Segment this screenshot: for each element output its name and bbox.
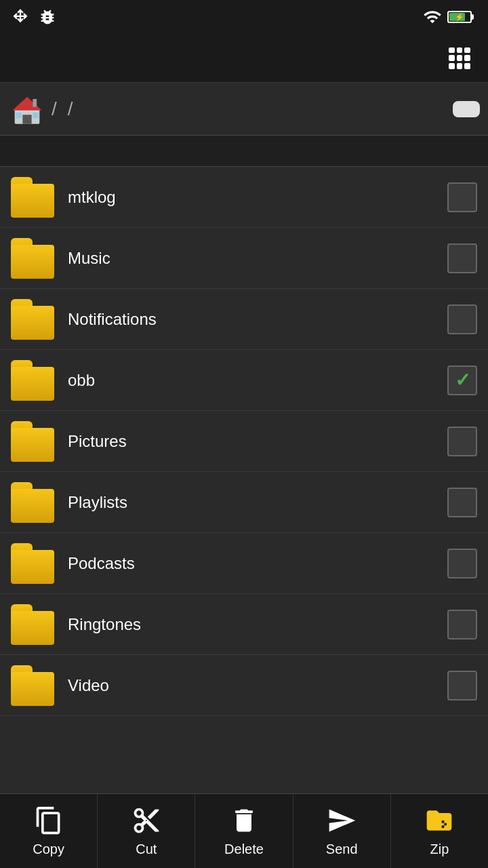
usb-icon [11,7,30,26]
svg-rect-2 [22,115,31,123]
file-name: Video [54,676,447,695]
list-item[interactable]: mtklog [0,167,488,228]
toolbar-btn-label: Send [326,842,358,857]
list-item[interactable]: Ringtones [0,594,488,655]
toolbar-btn-label: Cut [136,842,157,857]
svg-rect-3 [16,113,21,118]
file-name: mtklog [54,188,447,207]
file-checkbox[interactable] [447,610,477,639]
cut-icon [131,806,161,837]
home-icon [10,92,44,126]
list-item[interactable]: Music [0,228,488,289]
delete-icon [229,806,259,837]
zip-button[interactable]: Zip [391,794,488,868]
list-item[interactable]: Video [0,655,488,716]
folder-icon [11,360,54,401]
file-name: Playlists [54,493,447,512]
folder-icon [11,238,54,279]
folder-icon [11,543,54,584]
toolbar-btn-label: Copy [33,842,64,857]
folder-icon [11,665,54,706]
list-item[interactable]: Podcasts [0,533,488,594]
file-checkbox[interactable]: ✓ [447,366,477,395]
list-item[interactable]: Playlists [0,472,488,533]
svg-rect-4 [33,113,38,118]
storage-info [0,136,488,167]
file-name: obb [54,371,447,390]
signal-icon [423,7,442,26]
grid-view-button[interactable] [442,41,477,76]
file-name: Music [54,249,447,268]
send-icon [327,806,357,837]
folder-icon [11,482,54,523]
file-checkbox[interactable] [447,182,477,212]
list-item[interactable]: obb ✓ [0,350,488,411]
send-button[interactable]: Send [293,794,391,868]
list-item[interactable]: Notifications [0,289,488,350]
file-checkbox[interactable] [447,488,477,517]
breadcrumb-sep-2: / [68,98,73,120]
status-bar: ⚡ [0,0,488,34]
file-name: Pictures [54,432,447,451]
app-header [0,34,488,83]
file-name: Ringtones [54,615,447,634]
bug-icon [38,7,57,26]
file-checkbox[interactable] [447,243,477,273]
folder-icon [11,421,54,462]
file-checkbox[interactable] [447,304,477,334]
battery-icon: ⚡ [447,11,472,23]
grid-icon [449,47,470,69]
toolbar-btn-label: Zip [430,842,449,857]
file-name: Podcasts [54,554,447,573]
file-name: Notifications [54,310,447,329]
home-button[interactable] [8,90,46,128]
status-bar-left [11,7,57,26]
svg-marker-1 [12,96,41,110]
breadcrumb: / / [0,83,488,136]
list-item[interactable]: Pictures [0,411,488,472]
svg-rect-5 [33,99,37,107]
folder-icon [11,299,54,340]
file-checkbox[interactable] [447,549,477,578]
status-bar-right: ⚡ [423,7,477,26]
copy-icon [34,806,64,837]
folder-icon [11,604,54,645]
file-list: mtklog Music Notifications obb ✓ [0,167,488,793]
delete-button[interactable]: Delete [195,794,293,868]
bottom-toolbar: Copy Cut Delete Send Zip [0,793,488,868]
file-checkbox[interactable] [447,671,477,701]
zip-icon [424,806,454,837]
copy-button[interactable]: Copy [0,794,98,868]
breadcrumb-sep-1: / [52,98,57,120]
file-checkbox[interactable] [447,427,477,456]
toolbar-btn-label: Delete [224,842,264,857]
select-all-button[interactable] [453,101,480,117]
cut-button[interactable]: Cut [98,794,195,868]
folder-icon [11,177,54,218]
